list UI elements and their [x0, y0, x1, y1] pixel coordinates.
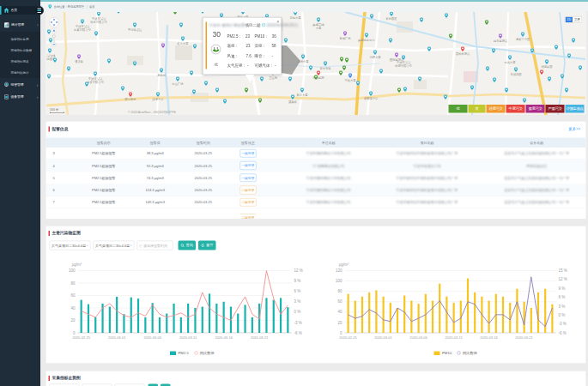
svg-text:2020-03-21: 2020-03-21 [251, 335, 269, 340]
svg-text:80: 80 [70, 281, 76, 286]
svg-text:0 %: 0 % [294, 310, 301, 314]
svg-text:2020-03-11: 2020-03-11 [179, 335, 197, 340]
svg-text:80: 80 [337, 289, 342, 293]
svg-text:2020-03-11: 2020-03-11 [446, 335, 464, 340]
svg-text:μg/m³: μg/m³ [339, 262, 349, 267]
svg-text:2020-02-25: 2020-02-25 [339, 335, 357, 340]
svg-text:-6 %: -6 % [294, 331, 302, 335]
svg-text:12 %: 12 % [559, 277, 567, 281]
svg-text:15 %: 15 % [559, 268, 567, 273]
svg-text:-3 %: -3 % [559, 322, 567, 326]
svg-text:40: 40 [337, 310, 342, 314]
svg-text:0 %: 0 % [559, 313, 566, 317]
svg-text:60: 60 [337, 299, 342, 304]
svg-text:2020-03-06: 2020-03-06 [409, 335, 427, 340]
svg-text:2020-03-06: 2020-03-06 [143, 335, 161, 340]
svg-text:2020-03-21: 2020-03-21 [515, 335, 533, 340]
svg-text:-3 %: -3 % [294, 321, 302, 325]
svg-text:6 %: 6 % [559, 295, 566, 299]
svg-text:2020-03-01: 2020-03-01 [108, 335, 126, 340]
svg-text:9 %: 9 % [294, 279, 301, 283]
svg-text:3 %: 3 % [559, 305, 566, 309]
svg-text:100: 100 [336, 279, 342, 283]
svg-text:-6 %: -6 % [559, 331, 567, 335]
svg-text:100: 100 [69, 268, 76, 273]
svg-text:120: 120 [336, 268, 342, 273]
svg-text:60: 60 [70, 293, 76, 298]
svg-text:2020-03-16: 2020-03-16 [215, 335, 233, 340]
svg-text:12 %: 12 % [294, 268, 303, 273]
svg-text:9 %: 9 % [559, 286, 566, 291]
svg-text:20: 20 [70, 318, 76, 323]
svg-text:2020-03-01: 2020-03-01 [374, 335, 392, 340]
svg-text:3 %: 3 % [294, 299, 301, 304]
svg-text:6 %: 6 % [294, 289, 301, 293]
svg-text:20: 20 [337, 321, 342, 325]
svg-text:40: 40 [70, 306, 76, 311]
svg-text:μg/m³: μg/m³ [72, 262, 82, 267]
svg-text:2020-02-25: 2020-02-25 [72, 335, 90, 340]
svg-text:2020-03-16: 2020-03-16 [480, 335, 498, 340]
